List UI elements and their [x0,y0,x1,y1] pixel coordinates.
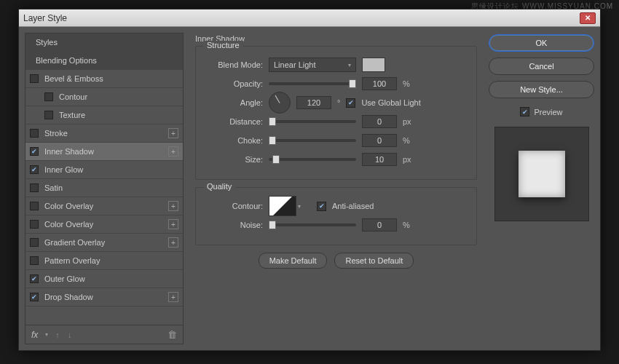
effect-row[interactable]: Bevel & Emboss [25,70,183,88]
effect-label: Stroke [44,129,168,138]
effect-row[interactable]: Satin [25,179,183,197]
ok-button[interactable]: OK [489,34,594,52]
size-label: Size: [206,155,263,164]
shadow-color-swatch[interactable] [362,58,385,72]
distance-unit: px [403,117,411,126]
effect-row[interactable]: Inner Glow [25,161,183,179]
styles-header-label: Styles [36,38,178,47]
choke-field[interactable]: 0 [362,134,397,147]
close-button[interactable]: ✕ [580,12,596,24]
trash-icon[interactable]: 🗑 [167,329,177,340]
effect-row[interactable]: Inner Shadow+ [25,143,183,161]
new-style-button[interactable]: New Style... [489,81,594,98]
preview-swatch [519,151,565,197]
effect-checkbox[interactable] [30,165,39,174]
slider-thumb[interactable] [349,79,356,88]
effects-footer: fx ▾ ↑ ↓ 🗑 [25,325,183,344]
reorder-arrows[interactable]: ↑ ↓ [55,331,74,339]
effect-checkbox[interactable] [30,220,39,229]
settings-column: Inner Shadow Structure Blend Mode: Linea… [191,33,481,344]
size-field[interactable]: 10 [362,153,397,166]
effect-checkbox[interactable] [30,274,39,283]
angle-wheel[interactable] [269,92,291,114]
effect-row[interactable]: Stroke+ [25,124,183,143]
effect-label: Pattern Overlay [44,256,178,265]
choke-label: Choke: [206,136,263,145]
slider-thumb[interactable] [272,155,280,164]
fx-icon[interactable]: fx [31,330,38,340]
noise-label: Noise: [206,221,263,229]
add-effect-icon[interactable]: + [168,128,178,138]
quality-legend: Quality [203,182,235,191]
effect-checkbox[interactable] [30,238,39,247]
effect-row[interactable]: Drop Shadow+ [25,288,183,306]
chevron-down-icon: ▾ [298,203,301,210]
effect-row[interactable]: Texture [25,106,183,124]
effect-label: Outer Glow [44,274,178,283]
preview-label: Preview [534,108,562,116]
distance-slider[interactable] [269,120,356,123]
effect-checkbox[interactable] [44,92,53,101]
structure-group: Structure Blend Mode: Linear Light▾ Opac… [195,46,477,180]
slider-thumb[interactable] [269,117,276,126]
effect-checkbox[interactable] [44,111,53,119]
blending-options-header[interactable]: Blending Options [25,52,183,70]
effect-row[interactable]: Contour [25,88,183,106]
global-light-label: Use Global Light [361,98,420,107]
blending-options-label: Blending Options [36,56,178,65]
add-effect-icon[interactable]: + [168,237,178,248]
add-effect-icon[interactable]: + [168,201,178,211]
effect-row[interactable]: Gradient Overlay+ [25,234,183,252]
effect-row[interactable]: Color Overlay+ [25,197,183,215]
titlebar[interactable]: Layer Style ✕ [19,9,600,27]
effect-checkbox[interactable] [30,74,39,83]
add-effect-icon[interactable]: + [168,292,178,302]
distance-field[interactable]: 0 [362,115,397,128]
effect-label: Bevel & Emboss [44,74,178,83]
choke-slider[interactable] [269,139,356,142]
dropdown-caret-icon[interactable]: ▾ [45,331,48,338]
effect-label: Contour [59,92,178,101]
noise-slider[interactable] [269,223,356,226]
noise-field[interactable]: 0 [362,218,397,232]
make-default-button[interactable]: Make Default [259,253,328,269]
quality-group: Quality Contour: ▾ Anti-aliased Noise: 0… [195,187,477,245]
effect-checkbox[interactable] [30,293,39,301]
effect-checkbox[interactable] [30,183,39,192]
cancel-button[interactable]: Cancel [489,58,594,75]
reset-default-button[interactable]: Reset to Default [334,253,414,269]
preview-box [494,127,589,221]
slider-thumb[interactable] [269,221,276,229]
angle-field[interactable]: 120 [296,96,331,109]
effect-row[interactable]: Outer Glow [25,270,183,288]
chevron-down-icon: ▾ [348,62,351,68]
effect-checkbox[interactable] [30,202,39,210]
add-effect-icon[interactable]: + [168,219,178,229]
effect-checkbox[interactable] [30,129,39,138]
effect-label: Satin [44,183,178,192]
contour-picker[interactable]: ▾ [269,196,301,216]
noise-unit: % [403,221,410,229]
opacity-label: Opacity: [206,79,263,88]
blend-mode-value: Linear Light [274,60,316,69]
size-slider[interactable] [269,158,356,161]
contour-thumbnail [269,196,296,216]
effect-row[interactable]: Pattern Overlay [25,252,183,270]
effect-checkbox[interactable] [30,147,39,156]
global-light-checkbox[interactable] [346,98,355,108]
styles-header[interactable]: Styles [25,33,183,52]
preview-checkbox[interactable] [520,107,529,116]
antialiased-checkbox[interactable] [317,202,326,211]
dialog-title: Layer Style [23,13,67,23]
opacity-field[interactable]: 100 [362,77,397,90]
angle-unit: ° [337,98,340,107]
effect-checkbox[interactable] [30,256,39,265]
add-effect-icon[interactable]: + [168,146,178,157]
effect-label: Drop Shadow [44,293,168,301]
slider-thumb[interactable] [269,136,276,145]
size-unit: px [403,155,411,164]
blend-mode-label: Blend Mode: [206,60,263,69]
blend-mode-select[interactable]: Linear Light▾ [269,58,356,72]
opacity-slider[interactable] [269,82,356,85]
effect-row[interactable]: Color Overlay+ [25,215,183,234]
